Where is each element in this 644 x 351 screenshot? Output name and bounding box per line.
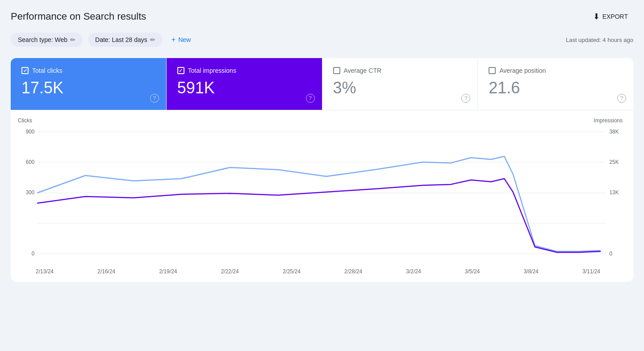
edit-icon-date: ✏ bbox=[150, 36, 155, 43]
total-clicks-help-icon[interactable]: ? bbox=[150, 94, 159, 103]
x-label-4: 2/25/24 bbox=[283, 268, 301, 275]
new-filter-button[interactable]: + New bbox=[168, 32, 194, 47]
search-type-filter[interactable]: Search type: Web ✏ bbox=[11, 33, 83, 47]
metric-average-position[interactable]: Average position 21.6 ? bbox=[478, 58, 633, 110]
chart-axis-labels: Clicks Impressions bbox=[18, 117, 623, 125]
x-label-3: 2/22/24 bbox=[221, 268, 239, 275]
y-right-label: Impressions bbox=[594, 117, 623, 124]
avg-ctr-help-icon[interactable]: ? bbox=[461, 94, 470, 103]
blue-line bbox=[37, 156, 601, 251]
metric-average-ctr[interactable]: Average CTR 3% ? bbox=[322, 58, 478, 110]
purple-line bbox=[37, 179, 601, 252]
avg-ctr-checkbox[interactable] bbox=[333, 67, 340, 74]
x-label-2: 2/19/24 bbox=[159, 268, 177, 275]
svg-text:300: 300 bbox=[26, 189, 35, 196]
date-filter[interactable]: Date: Last 28 days ✏ bbox=[88, 33, 163, 47]
chart-svg: 900 600 300 0 38K 25K 13K 0 bbox=[18, 127, 623, 266]
svg-text:0: 0 bbox=[610, 251, 613, 257]
total-impressions-help-icon[interactable]: ? bbox=[306, 94, 315, 103]
total-impressions-value: 591K bbox=[177, 79, 311, 97]
avg-pos-help-icon[interactable]: ? bbox=[617, 94, 626, 103]
x-label-1: 2/16/24 bbox=[97, 268, 115, 275]
avg-pos-value: 21.6 bbox=[489, 79, 623, 97]
avg-ctr-value: 3% bbox=[333, 79, 467, 97]
export-button[interactable]: ⬇ EXPORT bbox=[588, 9, 633, 24]
chart-svg-wrapper: 900 600 300 0 38K 25K 13K 0 bbox=[18, 127, 623, 266]
svg-text:600: 600 bbox=[26, 159, 35, 165]
x-label-0: 2/13/24 bbox=[36, 268, 54, 275]
page-title: Performance on Search results bbox=[11, 11, 146, 22]
main-card: Total clicks 17.5K ? Total impressions 5… bbox=[11, 58, 633, 282]
filter-row: Search type: Web ✏ Date: Last 28 days ✏ … bbox=[11, 32, 633, 47]
svg-text:25K: 25K bbox=[610, 159, 619, 165]
x-axis-labels: 2/13/24 2/16/24 2/19/24 2/22/24 2/25/24 … bbox=[18, 266, 623, 275]
total-clicks-label: Total clicks bbox=[32, 67, 63, 74]
metric-total-impressions[interactable]: Total impressions 591K ? bbox=[167, 58, 322, 110]
header-row: Performance on Search results ⬇ EXPORT bbox=[11, 9, 633, 24]
x-label-6: 3/2/24 bbox=[406, 268, 421, 275]
svg-text:900: 900 bbox=[26, 129, 35, 135]
svg-text:0: 0 bbox=[32, 251, 35, 257]
svg-text:38K: 38K bbox=[610, 129, 619, 135]
avg-ctr-label: Average CTR bbox=[344, 67, 382, 74]
last-updated: Last updated: 4 hours ago bbox=[566, 37, 633, 43]
total-clicks-value: 17.5K bbox=[21, 79, 155, 97]
total-impressions-label: Total impressions bbox=[188, 67, 236, 74]
metric-total-clicks[interactable]: Total clicks 17.5K ? bbox=[11, 58, 167, 110]
svg-text:13K: 13K bbox=[610, 189, 619, 196]
plus-icon: + bbox=[171, 36, 176, 44]
total-impressions-checkbox[interactable] bbox=[177, 67, 184, 74]
export-icon: ⬇ bbox=[593, 12, 600, 21]
avg-pos-checkbox[interactable] bbox=[489, 67, 496, 74]
chart-area: Clicks Impressions 900 600 300 0 bbox=[11, 110, 633, 282]
x-label-9: 3/11/24 bbox=[582, 268, 600, 275]
avg-pos-label: Average position bbox=[499, 67, 546, 74]
metrics-row: Total clicks 17.5K ? Total impressions 5… bbox=[11, 58, 633, 110]
edit-icon: ✏ bbox=[70, 36, 75, 43]
y-left-label: Clicks bbox=[18, 117, 32, 124]
x-label-8: 3/8/24 bbox=[523, 268, 538, 275]
x-label-7: 3/5/24 bbox=[465, 268, 480, 275]
x-label-5: 2/28/24 bbox=[344, 268, 362, 275]
total-clicks-checkbox[interactable] bbox=[21, 67, 29, 74]
